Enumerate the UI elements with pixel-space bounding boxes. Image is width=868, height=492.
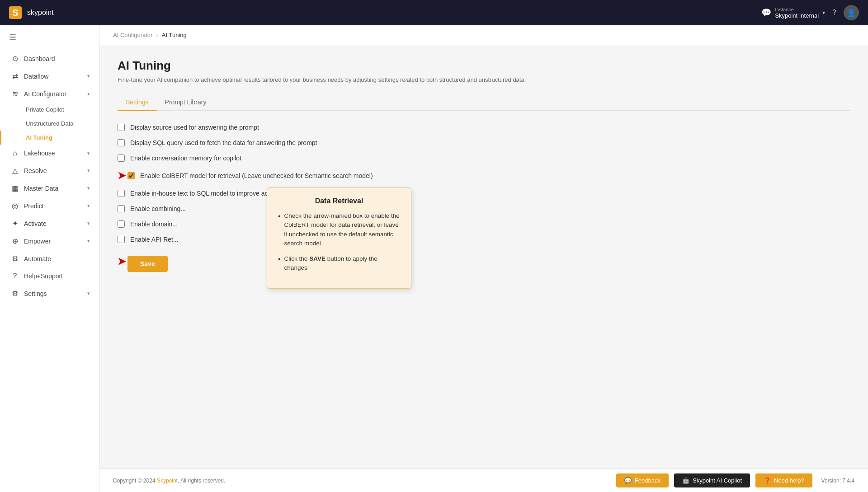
checkbox-colbert[interactable]: [127, 172, 135, 179]
dataflow-caret-icon: ▾: [87, 73, 90, 79]
checkbox-label-6: Enable combining...: [130, 205, 186, 212]
checkbox-combining[interactable]: [118, 205, 125, 212]
sidebar: ☰ ⊙ Dashboard ⇄ Dataflow ▾ ≋ AI Configur…: [0, 25, 99, 492]
footer-copyright: Copyright © 2024 Skypoint. All rights re…: [113, 478, 225, 484]
lakehouse-icon: ⌂: [10, 149, 19, 157]
footer: Copyright © 2024 Skypoint. All rights re…: [99, 469, 868, 492]
instance-label: Instance: [775, 7, 819, 12]
tooltip-bullet-2-text: Click the SAVE button to apply the chang…: [284, 254, 400, 273]
activate-icon: ✦: [10, 219, 19, 228]
help-support-icon: ?: [10, 272, 19, 280]
sidebar-item-empower[interactable]: ⊕ Empower ▾: [0, 232, 99, 250]
header-right: 💬 Instance Skypoint Internal ▾ ? 👤: [761, 5, 859, 20]
sidebar-sub-private-copilot[interactable]: Private Copilot: [0, 103, 99, 117]
checkbox-api-ret[interactable]: [118, 236, 125, 243]
sidebar-item-predict[interactable]: ◎ Predict ▾: [0, 197, 99, 215]
sidebar-label-ai-configurator: AI Configurator: [24, 90, 83, 98]
activate-caret-icon: ▾: [87, 220, 90, 226]
sidebar-sub-ai-tuning[interactable]: AI Tuning: [0, 131, 99, 145]
settings-caret-icon: ▾: [87, 291, 90, 296]
checkbox-label-4: Enable ColBERT model for retrieval (Leav…: [140, 172, 373, 179]
master-data-caret-icon: ▾: [87, 185, 90, 191]
needhelp-label: Need help?: [774, 477, 804, 484]
sidebar-sub-unstructured-data[interactable]: Unstructured Data: [0, 117, 99, 131]
checkbox-display-source[interactable]: [118, 124, 125, 131]
feedback-label: Feedback: [635, 477, 660, 484]
save-row: ➤ Save: [118, 251, 850, 272]
checkbox-label-1: Display source used for answering the pr…: [130, 124, 259, 131]
tooltip-bullet-2: Click the SAVE button to apply the chang…: [278, 254, 400, 273]
sidebar-item-automate[interactable]: ⚙ Automate: [0, 250, 99, 267]
sidebar-item-activate[interactable]: ✦ Activate ▾: [0, 215, 99, 232]
checkbox-label-2: Display SQL query used to fetch the data…: [130, 139, 317, 146]
tab-prompt-library[interactable]: Prompt Library: [157, 94, 215, 111]
tooltip-list: Check the arrow-marked box to enable the…: [278, 211, 400, 273]
private-copilot-label: Private Copilot: [26, 106, 64, 113]
needhelp-icon: ❓: [764, 477, 771, 484]
master-data-icon: ▦: [10, 184, 19, 192]
checkbox-display-sql[interactable]: [118, 139, 125, 146]
sidebar-item-dashboard[interactable]: ⊙ Dashboard: [0, 50, 99, 67]
predict-caret-icon: ▾: [87, 203, 90, 209]
checkbox-label-3: Enable conversation memory for copilot: [130, 155, 241, 162]
lakehouse-caret-icon: ▾: [87, 150, 90, 156]
copilot-label: Skypoint AI Copilot: [693, 477, 742, 484]
footer-version: Version: 7.4.4: [821, 478, 854, 484]
menu-toggle[interactable]: ☰: [0, 25, 99, 50]
ai-tuning-label: AI Tuning: [26, 134, 52, 141]
footer-skypoint-link[interactable]: Skypoint: [157, 478, 178, 484]
breadcrumb: AI Configurator › AI Tuning: [99, 25, 868, 45]
red-arrow-checkbox-icon: ➤: [118, 170, 126, 182]
instance-chevron-icon[interactable]: ▾: [822, 9, 825, 16]
unstructured-data-label: Unstructured Data: [26, 120, 74, 127]
sidebar-item-help-support[interactable]: ? Help+Support: [0, 267, 99, 285]
sidebar-label-dataflow: Dataflow: [24, 73, 83, 80]
main-layout: ☰ ⊙ Dashboard ⇄ Dataflow ▾ ≋ AI Configur…: [0, 25, 868, 492]
checkbox-row-4-wrapper: ➤ Enable ColBERT model for retrieval (Le…: [118, 170, 850, 182]
sidebar-item-dataflow[interactable]: ⇄ Dataflow ▾: [0, 67, 99, 85]
breadcrumb-parent[interactable]: AI Configurator: [113, 32, 152, 38]
sidebar-label-lakehouse: Lakehouse: [24, 150, 83, 157]
sidebar-item-resolve[interactable]: △ Resolve ▾: [0, 162, 99, 179]
automate-icon: ⚙: [10, 254, 19, 263]
tabs-bar: Settings Prompt Library: [118, 94, 850, 111]
avatar[interactable]: 👤: [844, 5, 859, 20]
sidebar-label-help-support: Help+Support: [24, 272, 90, 280]
sidebar-label-master-data: Master Data: [24, 185, 83, 192]
checkbox-row-2: Display SQL query used to fetch the data…: [118, 139, 850, 146]
help-icon[interactable]: ?: [832, 9, 836, 17]
checkbox-domain[interactable]: [118, 220, 125, 228]
checkbox-inhouse-text-sql[interactable]: [118, 190, 125, 197]
page-title: AI Tuning: [118, 59, 850, 73]
sidebar-label-resolve: Resolve: [24, 167, 83, 174]
page-subtitle: Fine-tune your AI companion to achieve o…: [118, 76, 850, 83]
instance-block: 💬 Instance Skypoint Internal ▾: [761, 7, 825, 19]
sidebar-item-lakehouse[interactable]: ⌂ Lakehouse ▾: [0, 145, 99, 162]
tooltip-bullet-1: Check the arrow-marked box to enable the…: [278, 211, 400, 248]
sidebar-item-master-data[interactable]: ▦ Master Data ▾: [0, 179, 99, 197]
sidebar-item-ai-configurator[interactable]: ≋ AI Configurator ▴: [0, 85, 99, 103]
breadcrumb-separator: ›: [156, 32, 158, 38]
checkbox-row-4: Enable ColBERT model for retrieval (Leav…: [127, 172, 373, 179]
logo-text: skypoint: [27, 9, 54, 17]
content-area: AI Configurator › AI Tuning AI Tuning Fi…: [99, 25, 868, 492]
copilot-button[interactable]: 🤖 Skypoint AI Copilot: [674, 473, 750, 487]
checkbox-label-7: Enable domain...: [130, 220, 178, 228]
save-button[interactable]: Save: [127, 256, 168, 272]
tooltip-bullet-1-text: Check the arrow-marked box to enable the…: [284, 211, 400, 248]
header-left: S skypoint: [9, 6, 54, 19]
tooltip-popup: Data Retrieval Check the arrow-marked bo…: [267, 187, 411, 289]
sidebar-label-settings: Settings: [24, 290, 83, 297]
feedback-button[interactable]: 💬 Feedback: [616, 473, 669, 487]
tab-settings[interactable]: Settings: [118, 94, 157, 111]
tooltip-save-bold: SAVE: [309, 255, 326, 262]
sidebar-item-settings[interactable]: ⚙ Settings ▾: [0, 285, 99, 302]
red-arrow-save-icon: ➤: [118, 256, 126, 267]
checkbox-conversation-memory[interactable]: [118, 155, 125, 162]
checkbox-row-5: Enable in-house text to SQL model to imp…: [118, 190, 850, 197]
ai-configurator-icon: ≋: [10, 89, 19, 98]
needhelp-button[interactable]: ❓ Need help?: [755, 473, 812, 487]
sidebar-label-automate: Automate: [24, 255, 90, 262]
checkbox-row-8: Enable API Ret...: [118, 236, 850, 243]
tooltip-bullet-2-suffix: button to apply the changes: [284, 255, 377, 271]
